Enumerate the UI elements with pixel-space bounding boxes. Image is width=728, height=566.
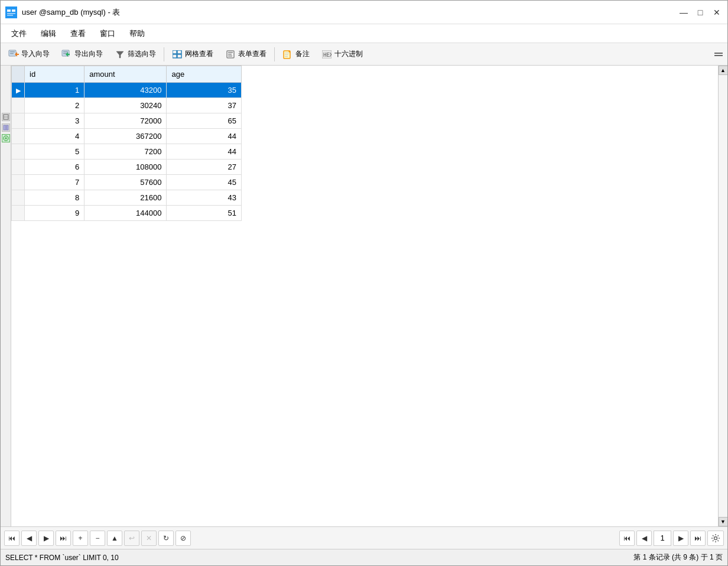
menu-file[interactable]: 文件 [5, 27, 32, 41]
svg-rect-24 [285, 53, 289, 53]
svg-rect-17 [177, 54, 181, 58]
maximize-button[interactable]: □ [694, 6, 706, 18]
cell-amount[interactable]: 144000 [84, 206, 167, 221]
row-indicator [12, 98, 25, 113]
left-strip-icon-3[interactable] [2, 134, 10, 142]
grid-label: 网格查看 [185, 49, 213, 59]
cell-id[interactable]: 3 [25, 113, 84, 129]
table-container[interactable]: id amount age ▶1432003523024037372000654… [11, 66, 718, 526]
cell-age[interactable]: 51 [167, 206, 242, 221]
close-button[interactable]: ✕ [711, 6, 723, 18]
nav-first-button[interactable]: ⏮ [4, 531, 20, 546]
page-last-button[interactable]: ⏭ [690, 531, 706, 546]
cell-amount[interactable]: 367200 [84, 129, 167, 144]
cell-age[interactable]: 65 [167, 113, 242, 129]
cell-amount[interactable]: 108000 [84, 160, 167, 175]
page-first-button[interactable]: ⏮ [619, 531, 635, 546]
toolbar-overflow[interactable] [712, 51, 725, 57]
menu-edit[interactable]: 编辑 [35, 27, 62, 41]
cell-amount[interactable]: 30240 [84, 98, 167, 113]
window-icon [5, 6, 17, 18]
nav-page-buttons: ⏮ ◀ 1 ▶ ⏭ [619, 531, 706, 546]
nav-settings-button[interactable] [707, 531, 724, 546]
svg-rect-26 [285, 56, 288, 57]
menu-view[interactable]: 查看 [64, 27, 92, 41]
nav-undo-button[interactable]: ↩ [124, 531, 139, 546]
svg-rect-6 [10, 51, 15, 53]
note-button[interactable]: 备注 [277, 45, 315, 63]
export-icon [61, 50, 72, 59]
menu-bar: 文件 编辑 查看 窗口 帮助 [1, 24, 727, 43]
table-row[interactable]: 5720044 [12, 144, 242, 160]
nav-add-button[interactable]: + [73, 531, 88, 546]
cell-age[interactable]: 27 [167, 160, 242, 175]
cell-age[interactable]: 45 [167, 175, 242, 190]
th-id[interactable]: id [25, 66, 84, 83]
menu-window[interactable]: 窗口 [94, 27, 121, 41]
th-age[interactable]: age [167, 66, 242, 83]
table-row[interactable]: 914400051 [12, 206, 242, 221]
svg-text:HEX: HEX [323, 52, 332, 58]
import-wizard-button[interactable]: 导入向导 [3, 45, 55, 63]
cell-amount[interactable]: 21600 [84, 190, 167, 206]
nav-remove-button[interactable]: ✕ [141, 531, 157, 546]
cell-id[interactable]: 5 [25, 144, 84, 160]
svg-rect-2 [12, 9, 15, 12]
cell-age[interactable]: 44 [167, 144, 242, 160]
cell-amount[interactable]: 72000 [84, 113, 167, 129]
cell-age[interactable]: 44 [167, 129, 242, 144]
nav-stop-button[interactable]: ⊘ [176, 531, 191, 546]
svg-rect-15 [177, 50, 181, 54]
scroll-track[interactable] [719, 75, 727, 517]
row-indicator [12, 129, 25, 144]
form-icon [225, 50, 236, 59]
table-row[interactable]: 23024037 [12, 98, 242, 113]
cell-id[interactable]: 4 [25, 129, 84, 144]
filter-wizard-button[interactable]: 筛选向导 [109, 45, 161, 63]
svg-rect-3 [7, 13, 15, 14]
cell-id[interactable]: 6 [25, 160, 84, 175]
table-row[interactable]: 610800027 [12, 160, 242, 175]
table-row[interactable]: 436720044 [12, 129, 242, 144]
window-title: user @samp_db (mysql) - 表 [22, 7, 120, 18]
cell-id[interactable]: 1 [25, 83, 84, 98]
grid-icon [172, 50, 183, 59]
grid-view-button[interactable]: 网格查看 [167, 45, 219, 63]
form-view-button[interactable]: 表单查看 [220, 45, 272, 63]
cell-age[interactable]: 37 [167, 98, 242, 113]
page-number: 1 [654, 531, 671, 546]
cell-amount[interactable]: 43200 [84, 83, 167, 98]
th-amount[interactable]: amount [84, 66, 167, 83]
hex-button[interactable]: HEX 十六进制 [316, 45, 368, 63]
nav-refresh-button[interactable]: ↻ [158, 531, 174, 546]
export-wizard-button[interactable]: 导出向导 [56, 45, 108, 63]
th-indicator [12, 66, 25, 83]
cell-age[interactable]: 43 [167, 190, 242, 206]
nav-delete-button[interactable]: − [90, 531, 105, 546]
table-row[interactable]: 37200065 [12, 113, 242, 129]
page-prev-button[interactable]: ◀ [636, 531, 652, 546]
scroll-down-button[interactable]: ▼ [719, 517, 728, 526]
cell-age[interactable]: 35 [167, 83, 242, 98]
nav-prev-button[interactable]: ◀ [21, 531, 37, 546]
nav-next-button[interactable]: ▶ [38, 531, 54, 546]
table-row[interactable]: 75760045 [12, 175, 242, 190]
left-strip-icon-2[interactable] [2, 123, 10, 132]
table-row[interactable]: ▶14320035 [12, 83, 242, 98]
menu-help[interactable]: 帮助 [124, 27, 151, 41]
page-next-button[interactable]: ▶ [673, 531, 688, 546]
cell-amount[interactable]: 57600 [84, 175, 167, 190]
scroll-up-button[interactable]: ▲ [719, 66, 728, 75]
cell-id[interactable]: 8 [25, 190, 84, 206]
cell-id[interactable]: 9 [25, 206, 84, 221]
cell-id[interactable]: 2 [25, 98, 84, 113]
nav-up-button[interactable]: ▲ [107, 531, 122, 546]
cell-id[interactable]: 7 [25, 175, 84, 190]
table-header-row: id amount age [12, 66, 242, 83]
minimize-button[interactable]: — [678, 6, 690, 18]
nav-last-button[interactable]: ⏭ [56, 531, 71, 546]
left-strip-icon-1[interactable] [2, 113, 10, 121]
table-row[interactable]: 82160043 [12, 190, 242, 206]
svg-point-36 [714, 536, 717, 539]
cell-amount[interactable]: 7200 [84, 144, 167, 160]
